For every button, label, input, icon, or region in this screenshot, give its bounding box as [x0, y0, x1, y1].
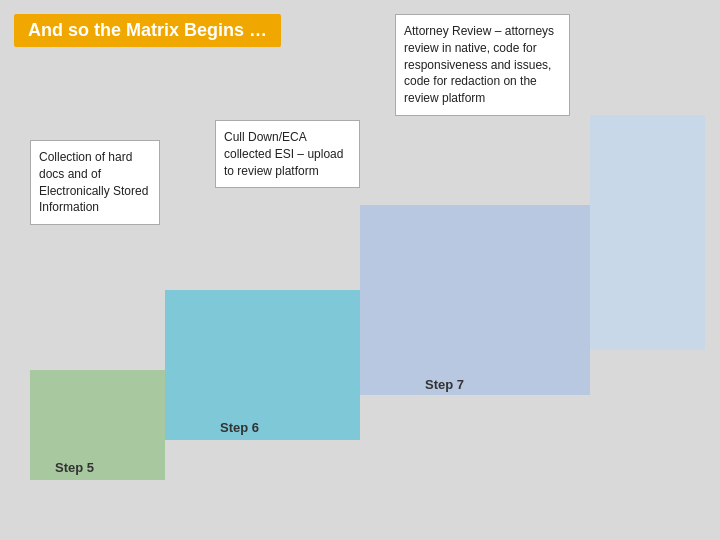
collection-box: Collection of hard docs and of Electroni…: [30, 140, 160, 225]
step5-box: [30, 370, 165, 480]
step6-box: [165, 290, 360, 440]
step5-label: Step 5: [55, 460, 94, 475]
title-bar: And so the Matrix Begins …: [14, 14, 281, 47]
attorney-text: Attorney Review – attorneys review in na…: [404, 24, 554, 105]
slide-title: And so the Matrix Begins …: [28, 20, 267, 40]
step8-box: [590, 115, 705, 350]
cull-box: Cull Down/ECA collected ESI – upload to …: [215, 120, 360, 188]
slide: And so the Matrix Begins … Step 5 Step 6…: [0, 0, 720, 540]
collection-text: Collection of hard docs and of Electroni…: [39, 150, 148, 214]
step7-label: Step 7: [425, 377, 464, 392]
attorney-box: Attorney Review – attorneys review in na…: [395, 14, 570, 116]
step6-label: Step 6: [220, 420, 259, 435]
cull-text: Cull Down/ECA collected ESI – upload to …: [224, 130, 343, 178]
step7-box: [360, 205, 590, 395]
